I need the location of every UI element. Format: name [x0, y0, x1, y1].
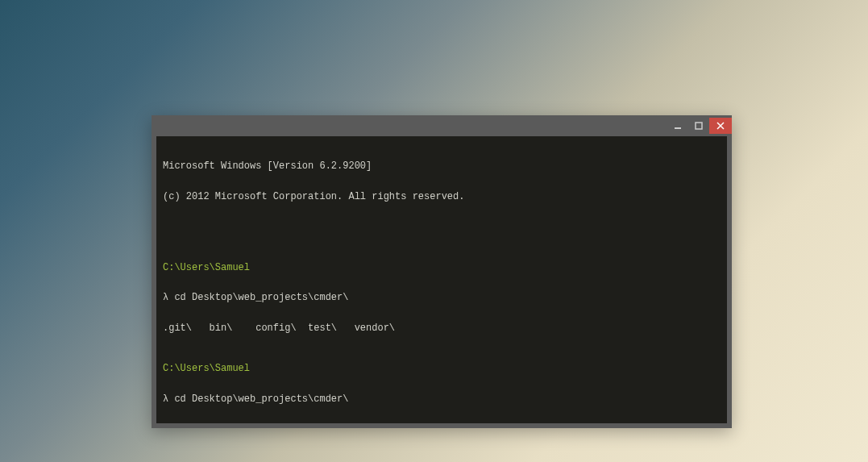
- minimize-button[interactable]: [667, 118, 688, 134]
- maximize-icon: [695, 122, 703, 130]
- maximize-button[interactable]: [688, 118, 709, 134]
- prompt-path: C:\Users\Samuel: [163, 263, 721, 273]
- command-text: cd Desktop\web_projects\cmder\: [174, 292, 348, 303]
- blank-line: [163, 223, 721, 232]
- prompt-line: λ cd Desktop\web_projects\cmder\: [163, 394, 721, 405]
- terminal-body[interactable]: Microsoft Windows [Version 6.2.9200] (c)…: [156, 136, 727, 423]
- titlebar[interactable]: [152, 115, 732, 136]
- svg-rect-0: [675, 127, 681, 129]
- close-button[interactable]: [709, 118, 732, 134]
- completion-list: .git\ bin\ config\ test\ vendor\: [163, 323, 721, 334]
- prompt-path: C:\Users\Samuel: [163, 364, 721, 374]
- prompt-line: λ cd Desktop\web_projects\cmder\: [163, 293, 721, 303]
- command-text: cd Desktop\web_projects\cmder\: [174, 393, 348, 405]
- svg-rect-1: [696, 123, 702, 129]
- banner-line: (c) 2012 Microsoft Corporation. All righ…: [163, 192, 721, 202]
- close-icon: [716, 122, 725, 130]
- terminal-window: Microsoft Windows [Version 6.2.9200] (c)…: [152, 115, 732, 428]
- minimize-icon: [674, 122, 682, 130]
- banner-line: Microsoft Windows [Version 6.2.9200]: [163, 161, 721, 172]
